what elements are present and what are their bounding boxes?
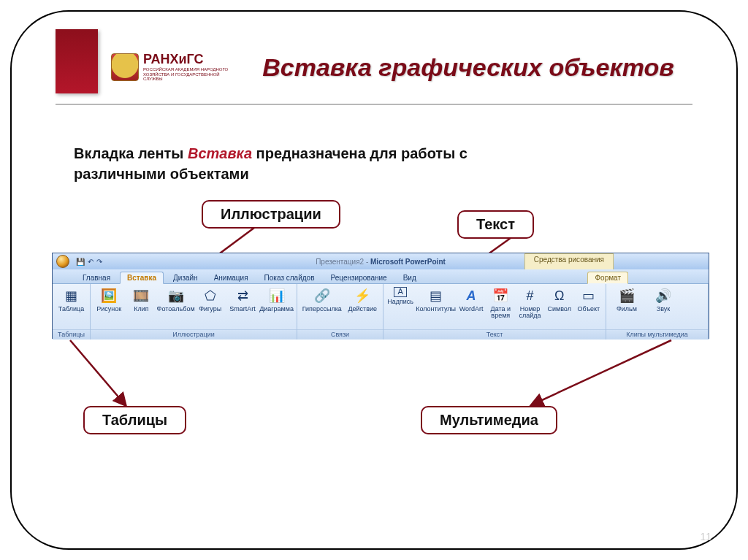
page-number: 11 [700, 531, 711, 542]
office-orb-icon [56, 255, 69, 268]
bookmark-decoration [56, 29, 98, 93]
clip-icon: 🎞️ [132, 287, 150, 304]
tab-format[interactable]: Формат [587, 272, 628, 284]
emblem-icon [111, 53, 139, 81]
object-icon: ▭ [580, 287, 598, 304]
quick-access-toolbar[interactable]: 💾 ↶ ↷ [76, 258, 102, 266]
btn-smartart[interactable]: ⇄SmartArt [227, 287, 258, 312]
logo-subtitle: РОССИЙСКАЯ АКАДЕМИЯ НАРОДНОГО ХОЗЯЙСТВА … [143, 67, 231, 82]
table-icon: ▦ [63, 287, 80, 304]
group-tables-label: Таблицы [53, 329, 90, 340]
callout-media: Мультимедиа [421, 406, 557, 434]
btn-shapes[interactable]: ⬠Фигуры [195, 287, 226, 312]
movie-icon: 🎬 [618, 287, 636, 304]
btn-hyperlink[interactable]: 🔗Гиперссылка [300, 287, 343, 312]
smartart-icon: ⇄ [234, 287, 251, 304]
arrow-media-icon [529, 340, 675, 407]
group-text-label: Текст [383, 329, 606, 340]
sound-icon: 🔊 [654, 287, 672, 304]
slidenum-icon: # [521, 287, 538, 304]
group-tables: ▦ Таблица Таблицы [53, 284, 91, 340]
desc-pre: Вкладка ленты [74, 145, 188, 161]
slide-frame: РАНХиГС РОССИЙСКАЯ АКАДЕМИЯ НАРОДНОГО ХО… [10, 10, 738, 550]
tab-view[interactable]: Вид [397, 272, 423, 283]
btn-object[interactable]: ▭Объект [575, 287, 603, 312]
headerfooter-icon: ▤ [427, 287, 445, 304]
redo-icon[interactable]: ↷ [96, 258, 102, 266]
save-icon[interactable]: 💾 [76, 258, 85, 266]
btn-clip[interactable]: 🎞️Клип [126, 287, 156, 312]
btn-textbox[interactable]: AНадпись [386, 287, 414, 305]
chart-icon: 📊 [268, 287, 286, 304]
btn-action[interactable]: ⚡Действие [345, 287, 380, 312]
callout-text: Текст [457, 210, 534, 239]
logo-block: РАНХиГС РОССИЙСКАЯ АКАДЕМИЯ НАРОДНОГО ХО… [111, 53, 231, 82]
btn-sound[interactable]: 🔊Звук [646, 287, 681, 312]
tab-slideshow[interactable]: Показ слайдов [258, 272, 321, 283]
context-tab-title: Средства рисования [524, 253, 614, 269]
btn-symbol[interactable]: ΩСимвол [546, 287, 573, 312]
undo-icon[interactable]: ↶ [88, 258, 94, 266]
office-button[interactable] [53, 253, 73, 269]
window-title-bar: 💾 ↶ ↷ Презентация2 - Microsoft PowerPoin… [53, 253, 709, 269]
ribbon-groups: ▦ Таблица Таблицы 🖼️Рисунок 🎞️Клип 📷Фото… [53, 284, 709, 340]
group-links-label: Связи [297, 329, 383, 340]
callout-tables: Таблицы [83, 406, 186, 434]
btn-table-label: Таблица [58, 306, 84, 312]
btn-headerfooter[interactable]: ▤Колонтитулы [416, 287, 456, 312]
desc-emphasis: Вставка [188, 145, 252, 161]
logo-text: РАНХиГС [143, 53, 231, 66]
group-text: AНадпись ▤Колонтитулы AWordArt 📅Дата и в… [383, 284, 606, 340]
arrow-tables-icon [63, 340, 136, 406]
tab-insert[interactable]: Вставка [120, 272, 164, 284]
wordart-icon: A [462, 287, 480, 304]
group-illus-label: Иллюстрации [91, 329, 297, 340]
btn-wordart[interactable]: AWordArt [457, 287, 485, 312]
symbol-icon: Ω [551, 287, 568, 304]
group-media: 🎬Фильм 🔊Звук Клипы мультимедиа [606, 284, 709, 340]
doc-name: Презентация2 [316, 258, 364, 266]
tab-design[interactable]: Дизайн [167, 272, 205, 283]
album-icon: 📷 [167, 287, 185, 304]
slide-header: РАНХиГС РОССИЙСКАЯ АКАДЕМИЯ НАРОДНОГО ХО… [56, 41, 692, 105]
group-media-label: Клипы мультимедиа [606, 329, 708, 340]
svg-line-2 [70, 340, 125, 404]
tab-animation[interactable]: Анимация [207, 272, 255, 283]
hyperlink-icon: 🔗 [313, 287, 331, 304]
tab-home[interactable]: Главная [76, 272, 117, 283]
btn-slidenum[interactable]: #Номер слайда [516, 287, 543, 320]
ribbon-tabs: Главная Вставка Дизайн Анимация Показ сл… [53, 269, 709, 284]
picture-icon: 🖼️ [100, 287, 118, 304]
svg-line-3 [533, 340, 671, 404]
shapes-icon: ⬠ [202, 287, 219, 304]
callout-illustrations: Иллюстрации [202, 200, 340, 229]
tab-review[interactable]: Рецензирование [324, 272, 393, 283]
btn-album[interactable]: 📷Фотоальбом [159, 287, 194, 312]
btn-table[interactable]: ▦ Таблица [56, 287, 87, 312]
group-links: 🔗Гиперссылка ⚡Действие Связи [297, 284, 383, 340]
description-text: Вкладка ленты Вставка предназначена для … [74, 143, 541, 184]
btn-movie[interactable]: 🎬Фильм [609, 287, 644, 312]
group-illustrations: 🖼️Рисунок 🎞️Клип 📷Фотоальбом ⬠Фигуры ⇄Sm… [91, 284, 297, 340]
powerpoint-ribbon-screenshot: 💾 ↶ ↷ Презентация2 - Microsoft PowerPoin… [52, 253, 709, 339]
slide-title: Вставка графических объектов [244, 53, 692, 82]
btn-datetime[interactable]: 📅Дата и время [486, 287, 514, 320]
btn-chart[interactable]: 📊Диаграмма [259, 287, 294, 312]
app-name: Microsoft PowerPoint [370, 258, 446, 266]
window-title: Презентация2 - Microsoft PowerPoint [316, 258, 446, 266]
textbox-icon: A [394, 287, 407, 297]
btn-picture[interactable]: 🖼️Рисунок [94, 287, 124, 312]
action-icon: ⚡ [354, 287, 371, 304]
datetime-icon: 📅 [492, 287, 509, 304]
